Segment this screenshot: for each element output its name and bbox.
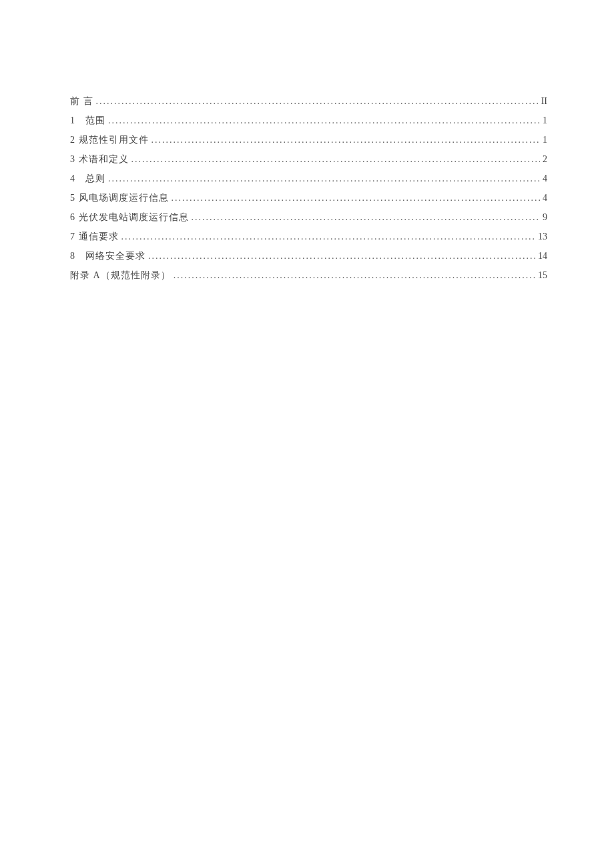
toc-leader-dots	[148, 252, 535, 261]
toc-entry: 3 术语和定义 2	[70, 155, 547, 164]
toc-entry-title: 1 范围	[70, 116, 105, 125]
toc-leader-dots	[151, 135, 541, 145]
toc-entry: 前 言 II	[70, 97, 547, 106]
toc-entry-page: II	[541, 97, 547, 106]
toc-entry: 4 总则 4	[70, 174, 547, 183]
toc-entry-title: 4 总则	[70, 174, 105, 183]
table-of-contents: 前 言 II 1 范围 1 2 规范性引用文件 1 3 术语和定义 2 4 总则…	[70, 97, 547, 280]
toc-entry-title: 6 光伏发电站调度运行信息	[70, 213, 189, 222]
toc-leader-dots	[172, 193, 541, 203]
toc-entry-page: 4	[543, 174, 547, 183]
toc-entry: 8 网络安全要求 14	[70, 252, 547, 261]
toc-leader-dots	[96, 97, 539, 106]
toc-entry: 7 通信要求 13	[70, 232, 547, 242]
toc-entry: 2 规范性引用文件 1	[70, 135, 547, 145]
toc-entry-page: 14	[538, 252, 547, 261]
toc-entry-title: 3 术语和定义	[70, 155, 129, 164]
toc-entry: 1 范围 1	[70, 116, 547, 125]
toc-entry-title: 前 言	[70, 97, 93, 106]
toc-leader-dots	[108, 116, 540, 125]
toc-entry-title: 附录 A（规范性附录）	[70, 271, 171, 280]
toc-entry-page: 4	[543, 193, 547, 203]
toc-leader-dots	[192, 213, 541, 222]
toc-leader-dots	[108, 174, 540, 183]
toc-entry-page: 1	[543, 116, 547, 125]
toc-leader-dots	[121, 232, 536, 242]
toc-entry: 附录 A（规范性附录） 15	[70, 271, 547, 280]
toc-entry-title: 8 网络安全要求	[70, 252, 145, 261]
toc-entry-page: 9	[543, 213, 547, 222]
toc-entry-page: 13	[538, 232, 547, 242]
toc-leader-dots	[174, 271, 535, 280]
toc-entry-title: 5 风电场调度运行信息	[70, 193, 169, 203]
toc-entry: 6 光伏发电站调度运行信息 9	[70, 213, 547, 222]
toc-entry-page: 2	[543, 155, 547, 164]
toc-entry: 5 风电场调度运行信息 4	[70, 193, 547, 203]
toc-leader-dots	[131, 155, 541, 164]
toc-entry-title: 2 规范性引用文件	[70, 135, 149, 145]
toc-entry-page: 15	[538, 271, 547, 280]
toc-entry-title: 7 通信要求	[70, 232, 119, 242]
toc-entry-page: 1	[543, 135, 547, 145]
